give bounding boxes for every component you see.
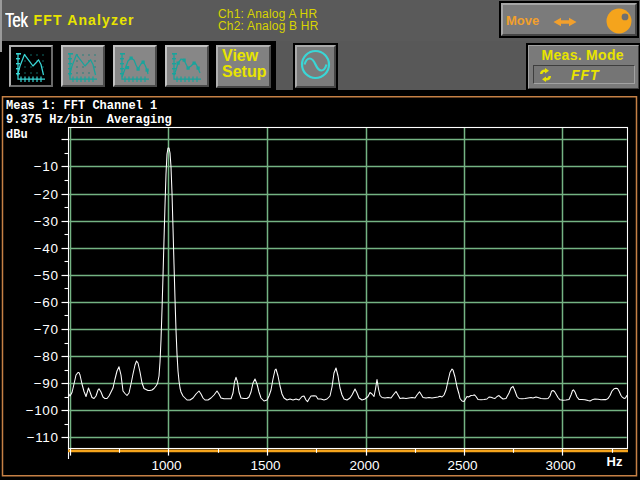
svg-text:−20: −20 [34, 187, 59, 202]
svg-text:−80: −80 [34, 349, 59, 364]
svg-text:1000: 1000 [151, 458, 181, 473]
svg-text:2000: 2000 [349, 458, 379, 473]
svg-text:Hz: Hz [607, 454, 623, 469]
svg-text:−60: −60 [34, 295, 59, 310]
svg-text:2500: 2500 [447, 458, 477, 473]
svg-text:1500: 1500 [250, 458, 280, 473]
svg-text:−30: −30 [34, 214, 59, 229]
svg-text:−100: −100 [26, 403, 59, 418]
svg-text:−90: −90 [34, 376, 59, 391]
svg-text:dBu: dBu [6, 128, 28, 142]
svg-text:−110: −110 [27, 430, 59, 445]
svg-text:3000: 3000 [545, 458, 575, 473]
svg-text:−50: −50 [34, 268, 59, 283]
svg-text:−40: −40 [34, 241, 59, 256]
svg-text:Meas 1: FFT Channel 1: Meas 1: FFT Channel 1 [6, 99, 157, 113]
svg-text:−70: −70 [34, 322, 59, 337]
svg-text:−10: −10 [34, 159, 59, 174]
svg-text:9.375 Hz/bin Averaging: 9.375 Hz/bin Averaging [6, 113, 172, 127]
